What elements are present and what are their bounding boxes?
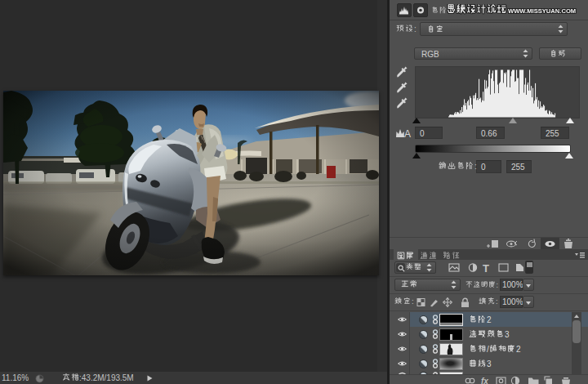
svg-text::: :	[496, 297, 498, 306]
svg-text::: :	[414, 25, 416, 33]
svg-text:/: /	[487, 345, 489, 354]
svg-text::: :	[474, 162, 477, 171]
svg-text:fx: fx	[481, 377, 488, 384]
svg-text::: :	[497, 281, 498, 289]
svg-text:2: 2	[487, 315, 492, 324]
svg-text:A: A	[404, 128, 411, 139]
svg-text:2: 2	[516, 345, 521, 354]
svg-text::: :	[412, 297, 414, 306]
svg-text:T: T	[483, 262, 489, 273]
svg-text:3: 3	[505, 330, 510, 339]
svg-text:3: 3	[487, 359, 492, 368]
